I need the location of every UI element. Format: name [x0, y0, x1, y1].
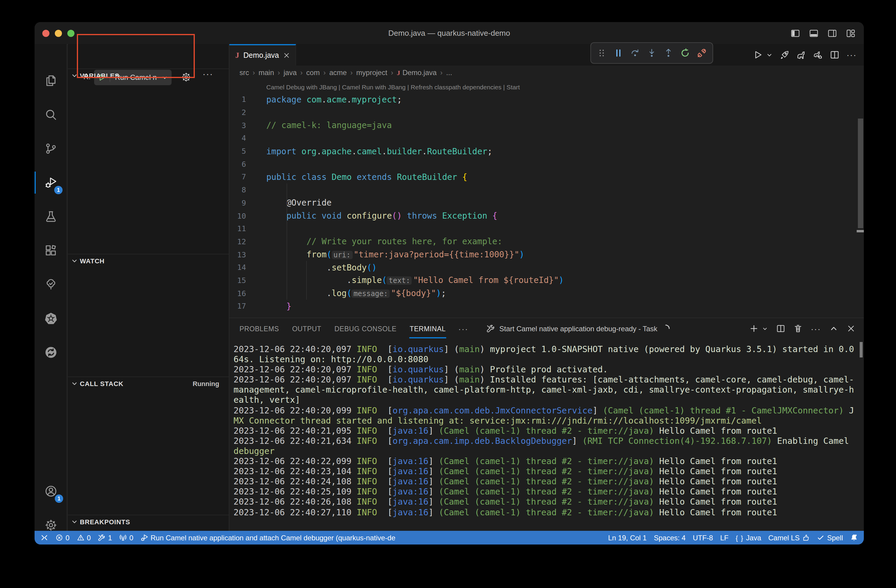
activity-item-search[interactable]	[35, 98, 67, 132]
terminal-line: 64s. Listening on: http://0.0.0.0:8080	[233, 355, 857, 365]
step-out-icon[interactable]	[664, 48, 673, 58]
activity-item-testing[interactable]	[35, 200, 67, 233]
status-item-camel-ls[interactable]: Camel LS	[768, 533, 810, 542]
rocket-icon[interactable]	[780, 50, 789, 59]
code-editor[interactable]: Camel Debug with JBang | Camel Run with …	[229, 79, 864, 318]
ellipsis-icon[interactable]: ···	[811, 324, 821, 333]
check-icon	[817, 534, 825, 542]
close-icon[interactable]	[847, 324, 855, 333]
camel-icon[interactable]	[797, 50, 806, 59]
status-item-label: Camel LS	[768, 533, 800, 542]
status-item-warnings[interactable]: 0	[76, 533, 91, 542]
status-item-indentation[interactable]: Spaces: 4	[654, 533, 686, 542]
status-item-eol[interactable]: LF	[720, 533, 728, 542]
close-tab-icon[interactable]	[283, 52, 290, 59]
terminal-line: 2023-12-06 22:40:20,097 INFO [io.quarkus…	[233, 365, 857, 375]
code-line: 12 // Write your routes here, for exampl…	[229, 235, 854, 248]
debug-toolbar	[590, 42, 713, 64]
beaker-icon	[44, 210, 57, 223]
activity-item-source-control[interactable]	[35, 132, 67, 166]
breadcrumb: src›main›java›com›acme›myproject›JDemo.j…	[229, 66, 864, 79]
breadcrumb-item[interactable]: myproject	[356, 68, 387, 76]
status-item-encoding[interactable]: UTF-8	[693, 533, 713, 542]
panel-tabs-more-button[interactable]: ···	[452, 324, 474, 333]
breadcrumb-item[interactable]: java	[283, 68, 297, 76]
status-item-label: Spell	[827, 533, 843, 542]
breadcrumb-item[interactable]: main	[259, 68, 274, 76]
chevron-up-icon[interactable]	[829, 324, 838, 333]
restart-icon[interactable]	[680, 48, 690, 58]
panel-tab-problems[interactable]: PROBLEMS	[233, 318, 286, 339]
chevron-down-icon[interactable]	[767, 326, 768, 332]
activity-item-extensions[interactable]	[35, 233, 67, 268]
breadcrumb-item[interactable]: com	[306, 68, 320, 76]
camel-debug-icon[interactable]	[813, 50, 823, 59]
status-item-errors[interactable]: 0	[55, 533, 69, 542]
terminal-scrollbar[interactable]	[859, 342, 862, 358]
braces-icon: { }	[736, 534, 744, 541]
layout-sidebar-icon[interactable]	[791, 28, 800, 38]
breadcrumb-item[interactable]: src	[239, 68, 249, 76]
grip-icon[interactable]	[597, 48, 606, 58]
status-item-spell[interactable]: Spell	[817, 533, 843, 542]
panel-tab-debug-console[interactable]: DEBUG CONSOLE	[328, 318, 403, 339]
status-item-label: Ln 19, Col 1	[608, 533, 647, 542]
terminal-task-item[interactable]: Start Camel native application debug-rea…	[486, 324, 670, 333]
status-item-language[interactable]: { }Java	[736, 533, 761, 542]
files-icon	[44, 75, 57, 87]
status-item-ports[interactable]: 0	[119, 533, 133, 542]
layout-panel-icon[interactable]	[809, 28, 818, 38]
extensions-icon	[44, 244, 57, 257]
kubernetes-icon	[44, 312, 57, 325]
status-item-notifications[interactable]	[850, 534, 858, 542]
split-editor-icon[interactable]	[776, 324, 785, 333]
terminal-output[interactable]: 2023-12-06 22:40:20,097 INFO [io.quarkus…	[233, 344, 857, 529]
breadcrumb-item[interactable]: ...	[446, 68, 452, 76]
line-number: 12	[229, 237, 246, 246]
breadcrumb-item[interactable]: JDemo.java	[397, 68, 437, 76]
status-item-label: Run Camel native application and attach …	[151, 533, 396, 542]
status-item-tasks[interactable]: 1	[98, 533, 112, 542]
layout-customize-icon[interactable]	[846, 28, 855, 38]
step-into-icon[interactable]	[647, 48, 657, 58]
breadcrumb-separator: ›	[277, 68, 280, 76]
status-item-debug-task[interactable]: Run Camel native application and attach …	[140, 533, 396, 542]
line-number: 14	[229, 263, 246, 272]
code-line: 17 }	[229, 300, 854, 312]
activity-item-explorer[interactable]	[35, 64, 67, 98]
section-call-stack[interactable]: CALL STACK Running	[68, 376, 229, 390]
ellipsis-icon[interactable]: ···	[847, 50, 857, 59]
trash-icon[interactable]	[794, 324, 803, 333]
status-item-cursor[interactable]: Ln 19, Col 1	[608, 533, 647, 542]
line-number: 7	[229, 172, 246, 181]
pause-icon[interactable]	[614, 48, 623, 58]
tab-demo-java[interactable]: J Demo.java	[229, 44, 296, 66]
activity-item-tree[interactable]	[35, 268, 67, 302]
status-item-remote[interactable]	[41, 534, 48, 542]
activity-item-accounts[interactable]: 1	[35, 474, 67, 508]
section-breakpoints[interactable]: BREAKPOINTS	[68, 515, 229, 529]
chevron-down-icon	[71, 380, 78, 387]
breadcrumb-item[interactable]: acme	[329, 68, 347, 76]
chevron-down-icon[interactable]	[770, 52, 773, 58]
plus-icon[interactable]	[750, 324, 758, 333]
panel-tab-terminal[interactable]: TERMINAL	[403, 318, 452, 339]
panel-tab-output[interactable]: OUTPUT	[286, 318, 328, 339]
status-item-label: 1	[108, 533, 112, 542]
broadcast-icon	[119, 534, 127, 542]
code-line: 6	[229, 158, 854, 171]
codelens-actions[interactable]: Camel Debug with JBang | Camel Run with …	[266, 84, 520, 91]
activity-item-run-debug[interactable]: 1	[35, 166, 67, 200]
status-item-label: LF	[720, 533, 728, 542]
terminal-line: 2023-12-06 22:40:20,097 INFO [io.quarkus…	[233, 375, 857, 385]
activity-item-sync[interactable]	[35, 335, 67, 369]
section-watch[interactable]: WATCH	[68, 254, 229, 268]
activity-item-kubernetes[interactable]	[35, 302, 67, 335]
step-over-icon[interactable]	[630, 48, 640, 58]
disconnect-icon[interactable]	[697, 48, 707, 58]
run-icon[interactable]	[753, 50, 763, 59]
editor-scrollbar[interactable]	[858, 119, 863, 228]
layout-sidebar-right-icon[interactable]	[827, 28, 837, 38]
split-editor-icon[interactable]	[830, 50, 840, 59]
search-icon	[44, 108, 57, 121]
